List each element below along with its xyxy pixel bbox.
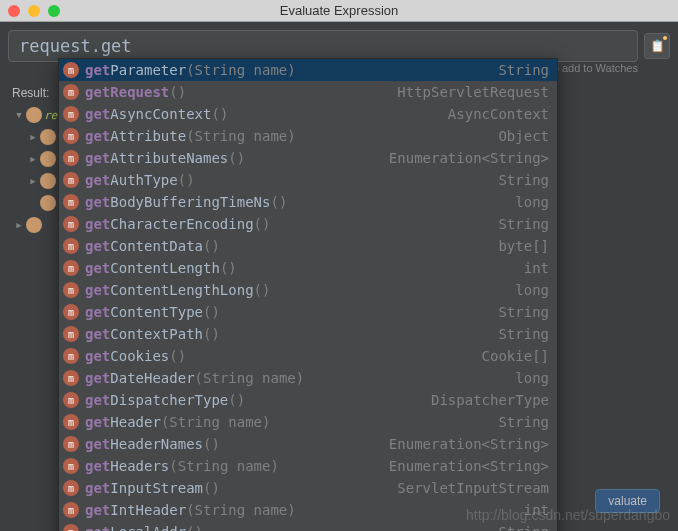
method-icon: m (63, 480, 79, 496)
completion-type: String (498, 414, 549, 430)
method-icon: m (63, 524, 79, 531)
completion-item[interactable]: mgetAttributeNames()Enumeration<String> (59, 147, 557, 169)
completion-type: String (498, 62, 549, 78)
completion-type: long (515, 194, 549, 210)
completion-name: getAttribute(String name) (85, 128, 490, 144)
method-icon: m (63, 326, 79, 342)
method-icon: m (63, 458, 79, 474)
completion-item[interactable]: mgetHeaders(String name)Enumeration<Stri… (59, 455, 557, 477)
method-icon: m (63, 150, 79, 166)
method-icon: m (63, 172, 79, 188)
tree-row[interactable]: ▶ (14, 126, 58, 148)
method-icon: m (63, 282, 79, 298)
method-icon: m (63, 216, 79, 232)
completion-name: getBodyBufferingTimeNs() (85, 194, 507, 210)
completion-type: ServletInputStream (397, 480, 549, 496)
completion-item[interactable]: mgetBodyBufferingTimeNs()long (59, 191, 557, 213)
tree-row[interactable] (14, 192, 58, 214)
completion-name: getLocalAddr() (85, 524, 490, 531)
completion-name: getContextPath() (85, 326, 490, 342)
method-icon: m (63, 62, 79, 78)
completion-type: int (524, 260, 549, 276)
completion-name: getAsyncContext() (85, 106, 440, 122)
watermark: http://blog.csdn.net/superdangbo (466, 507, 670, 523)
completion-item[interactable]: mgetHeaderNames()Enumeration<String> (59, 433, 557, 455)
completion-type: String (498, 172, 549, 188)
close-window-button[interactable] (8, 5, 20, 17)
tree-arrow-icon: ▶ (28, 132, 38, 142)
tree-node-label: re (44, 109, 57, 122)
completion-name: getHeader(String name) (85, 414, 490, 430)
method-icon: m (63, 370, 79, 386)
tree-arrow-icon: ▶ (14, 220, 24, 230)
completion-type: Cookie[] (482, 348, 549, 364)
result-label: Result: (12, 86, 49, 100)
completion-name: getDispatcherType() (85, 392, 423, 408)
completion-type: DispatcherType (431, 392, 549, 408)
completion-type: long (515, 282, 549, 298)
completion-type: Enumeration<String> (389, 436, 549, 452)
tree-node-icon (40, 129, 56, 145)
completion-popup[interactable]: mgetParameter(String name)StringmgetRequ… (58, 58, 558, 531)
completion-item[interactable]: mgetContentType()String (59, 301, 557, 323)
method-icon: m (63, 392, 79, 408)
method-icon: m (63, 106, 79, 122)
completion-name: getAttributeNames() (85, 150, 381, 166)
completion-item[interactable]: mgetContextPath()String (59, 323, 557, 345)
titlebar: Evaluate Expression (0, 0, 678, 22)
tree-arrow-icon: ▼ (14, 110, 24, 120)
completion-item[interactable]: mgetParameter(String name)String (59, 59, 557, 81)
method-icon: m (63, 304, 79, 320)
completion-item[interactable]: mgetRequest()HttpServletRequest (59, 81, 557, 103)
method-icon: m (63, 348, 79, 364)
completion-item[interactable]: mgetContentLengthLong()long (59, 279, 557, 301)
completion-name: getCharacterEncoding() (85, 216, 490, 232)
completion-type: String (498, 524, 549, 531)
tree-node-icon (26, 107, 42, 123)
completion-item[interactable]: mgetContentLength()int (59, 257, 557, 279)
completion-type: AsyncContext (448, 106, 549, 122)
completion-item[interactable]: mgetAuthType()String (59, 169, 557, 191)
tree-row[interactable]: ▶ (14, 214, 58, 236)
completion-type: String (498, 304, 549, 320)
completion-item[interactable]: mgetContentData()byte[] (59, 235, 557, 257)
completion-item[interactable]: mgetDateHeader(String name)long (59, 367, 557, 389)
completion-item[interactable]: mgetAsyncContext()AsyncContext (59, 103, 557, 125)
completion-type: Enumeration<String> (389, 458, 549, 474)
completion-name: getCookies() (85, 348, 474, 364)
completion-name: getHeaderNames() (85, 436, 381, 452)
completion-type: HttpServletRequest (397, 84, 549, 100)
completion-item[interactable]: mgetCharacterEncoding()String (59, 213, 557, 235)
tree-node-icon (40, 173, 56, 189)
completion-item[interactable]: mgetDispatcherType()DispatcherType (59, 389, 557, 411)
completion-name: getContentData() (85, 238, 490, 254)
completion-name: getIntHeader(String name) (85, 502, 516, 518)
traffic-lights (0, 5, 60, 17)
completion-name: getInputStream() (85, 480, 389, 496)
completion-item[interactable]: mgetInputStream()ServletInputStream (59, 477, 557, 499)
completion-item[interactable]: mgetAttribute(String name)Object (59, 125, 557, 147)
method-icon: m (63, 260, 79, 276)
completion-type: Object (498, 128, 549, 144)
minimize-window-button[interactable] (28, 5, 40, 17)
tree-node-icon (40, 195, 56, 211)
method-icon: m (63, 414, 79, 430)
completion-item[interactable]: mgetCookies()Cookie[] (59, 345, 557, 367)
completion-name: getDateHeader(String name) (85, 370, 507, 386)
completion-name: getRequest() (85, 84, 389, 100)
tree-row[interactable]: ▶ (14, 148, 58, 170)
tree-row[interactable]: ▼ re (14, 104, 58, 126)
history-icon: 📋 (650, 39, 665, 53)
completion-type: String (498, 326, 549, 342)
method-icon: m (63, 436, 79, 452)
maximize-window-button[interactable] (48, 5, 60, 17)
tree-node-icon (40, 151, 56, 167)
completion-name: getContentType() (85, 304, 490, 320)
completion-name: getHeaders(String name) (85, 458, 381, 474)
completion-name: getContentLength() (85, 260, 516, 276)
completion-item[interactable]: mgetHeader(String name)String (59, 411, 557, 433)
completion-type: Enumeration<String> (389, 150, 549, 166)
tree-row[interactable]: ▶ (14, 170, 58, 192)
history-button[interactable]: 📋 (644, 33, 670, 59)
method-icon: m (63, 502, 79, 518)
